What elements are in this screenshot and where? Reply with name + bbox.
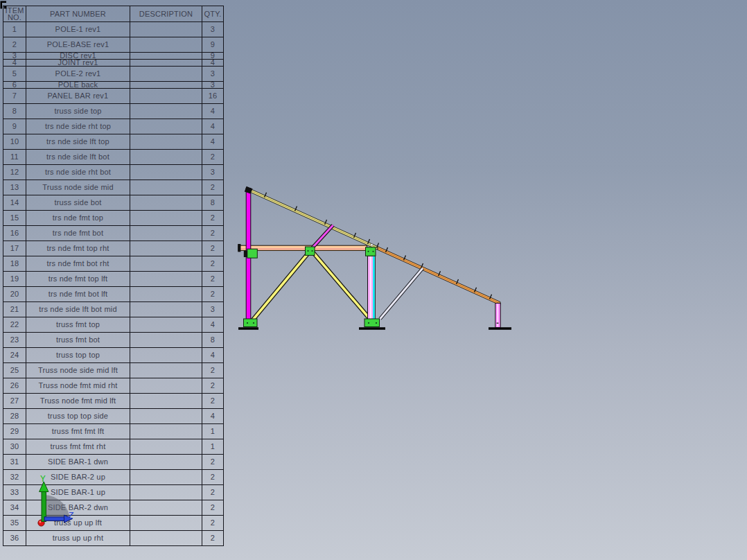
cell-description[interactable] — [130, 60, 202, 67]
cell-part-number[interactable]: DISC rev1 — [26, 53, 130, 60]
web-diagonal-left[interactable] — [252, 253, 309, 321]
web-diagonal-right[interactable] — [313, 253, 370, 320]
cell-item-no[interactable]: 10 — [3, 134, 26, 150]
cell-description[interactable] — [130, 241, 202, 256]
node-block-mid-left[interactable] — [247, 249, 258, 258]
cell-part-number[interactable]: trs nde fmt bot — [26, 226, 130, 241]
cell-part-number[interactable]: truss up up lft — [26, 516, 130, 531]
cell-item-no[interactable]: 36 — [3, 531, 26, 546]
cell-part-number[interactable]: truss side top — [26, 104, 130, 119]
cell-part-number[interactable]: SIDE BAR-1 dwn — [26, 455, 130, 470]
bom-table[interactable]: ITEM NO. PART NUMBER DESCRIPTION QTY. 1 … — [3, 6, 224, 546]
cell-part-number[interactable]: POLE-1 rev1 — [26, 22, 130, 37]
cell-description[interactable] — [130, 424, 202, 439]
cell-item-no[interactable]: 3 — [3, 53, 26, 60]
horizontal-beam[interactable] — [238, 244, 367, 252]
cell-qty[interactable]: 2 — [202, 516, 224, 531]
cell-item-no[interactable]: 16 — [3, 226, 26, 241]
panel-bar-ticks[interactable] — [265, 193, 492, 299]
cell-description[interactable] — [130, 150, 202, 165]
cell-item-no[interactable]: 31 — [3, 455, 26, 470]
cell-description[interactable] — [130, 67, 202, 82]
cell-item-no[interactable]: 25 — [3, 363, 26, 378]
foot-plate-right[interactable] — [364, 319, 380, 327]
cell-item-no[interactable]: 1 — [3, 22, 26, 37]
cell-part-number[interactable]: JOINT rev1 — [26, 60, 130, 67]
cell-item-no[interactable]: 19 — [3, 272, 26, 287]
cell-description[interactable] — [130, 394, 202, 409]
cell-item-no[interactable]: 5 — [3, 67, 26, 82]
cell-part-number[interactable]: SIDE BAR-2 dwn — [26, 500, 130, 516]
cell-qty[interactable]: 2 — [202, 363, 224, 378]
cell-part-number[interactable]: SIDE BAR-2 up — [26, 470, 130, 485]
cell-description[interactable] — [130, 317, 202, 333]
cell-qty[interactable]: 2 — [202, 150, 224, 165]
cell-item-no[interactable]: 13 — [3, 180, 26, 195]
cell-description[interactable] — [130, 226, 202, 241]
cell-qty[interactable]: 4 — [202, 104, 224, 119]
cell-part-number[interactable]: POLE-BASE rev1 — [26, 37, 130, 53]
cell-part-number[interactable]: trs nde fmt top — [26, 211, 130, 226]
cell-item-no[interactable]: 32 — [3, 470, 26, 485]
cell-qty[interactable]: 2 — [202, 256, 224, 272]
cell-item-no[interactable]: 7 — [3, 89, 26, 104]
cell-part-number[interactable]: truss fmt bot — [26, 333, 130, 348]
cell-item-no[interactable]: 23 — [3, 333, 26, 348]
cell-qty[interactable]: 2 — [202, 241, 224, 256]
header-part-number[interactable]: PART NUMBER — [26, 6, 130, 22]
cell-qty[interactable]: 2 — [202, 470, 224, 485]
cell-description[interactable] — [130, 378, 202, 394]
cell-qty[interactable]: 4 — [202, 60, 224, 67]
cell-item-no[interactable]: 12 — [3, 165, 26, 180]
cell-description[interactable] — [130, 348, 202, 363]
node-block-center[interactable] — [306, 247, 315, 255]
cell-description[interactable] — [130, 500, 202, 516]
cell-qty[interactable]: 2 — [202, 287, 224, 302]
cell-part-number[interactable]: truss fmt fmt lft — [26, 424, 130, 439]
cell-item-no[interactable]: 14 — [3, 195, 26, 211]
cell-qty[interactable]: 4 — [202, 317, 224, 333]
cell-part-number[interactable]: truss up up rht — [26, 531, 130, 546]
node-block-right[interactable] — [366, 247, 376, 256]
cell-item-no[interactable]: 29 — [3, 424, 26, 439]
foot-plate-left[interactable] — [244, 319, 258, 327]
cell-qty[interactable]: 4 — [202, 134, 224, 150]
cell-item-no[interactable]: 34 — [3, 500, 26, 516]
cell-description[interactable] — [130, 134, 202, 150]
cell-qty[interactable]: 1 — [202, 439, 224, 455]
header-description[interactable]: DESCRIPTION — [130, 6, 202, 22]
magenta-brace[interactable] — [311, 225, 333, 250]
cell-description[interactable] — [130, 516, 202, 531]
cell-qty[interactable]: 2 — [202, 500, 224, 516]
cell-item-no[interactable]: 17 — [3, 241, 26, 256]
gray-brace[interactable] — [380, 268, 423, 319]
cell-description[interactable] — [130, 119, 202, 134]
cell-item-no[interactable]: 26 — [3, 378, 26, 394]
cell-qty[interactable]: 3 — [202, 82, 224, 89]
cell-qty[interactable]: 2 — [202, 378, 224, 394]
cell-part-number[interactable]: trs nde fmt top rht — [26, 241, 130, 256]
cell-qty[interactable]: 2 — [202, 226, 224, 241]
cell-description[interactable] — [130, 211, 202, 226]
cell-description[interactable] — [130, 455, 202, 470]
cell-part-number[interactable]: trs nde side lft bot — [26, 150, 130, 165]
cell-description[interactable] — [130, 165, 202, 180]
cell-description[interactable] — [130, 256, 202, 272]
cell-description[interactable] — [130, 82, 202, 89]
cell-part-number[interactable]: trs nde side rht bot — [26, 165, 130, 180]
cell-part-number[interactable]: SIDE BAR-1 up — [26, 485, 130, 500]
cell-part-number[interactable]: truss side bot — [26, 195, 130, 211]
cell-part-number[interactable]: trs nde fmt bot lft — [26, 287, 130, 302]
cell-qty[interactable]: 3 — [202, 67, 224, 82]
cell-qty[interactable]: 4 — [202, 119, 224, 134]
cell-item-no[interactable]: 20 — [3, 287, 26, 302]
cell-qty[interactable]: 8 — [202, 195, 224, 211]
cell-item-no[interactable]: 21 — [3, 302, 26, 317]
cell-item-no[interactable]: 27 — [3, 394, 26, 409]
cell-description[interactable] — [130, 53, 202, 60]
cell-item-no[interactable]: 22 — [3, 317, 26, 333]
header-qty[interactable]: QTY. — [202, 6, 224, 22]
cell-description[interactable] — [130, 37, 202, 53]
cell-qty[interactable]: 2 — [202, 211, 224, 226]
cell-qty[interactable]: 2 — [202, 485, 224, 500]
